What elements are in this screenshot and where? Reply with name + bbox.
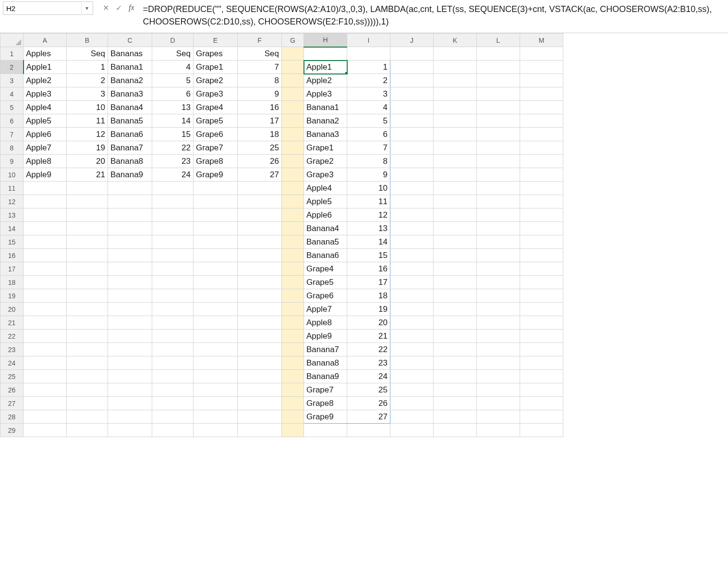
cell-I28[interactable]: 27 — [347, 410, 390, 424]
cell-M13[interactable] — [520, 208, 563, 222]
cell-B1[interactable]: Seq — [67, 47, 108, 61]
cell-I27[interactable]: 26 — [347, 397, 390, 410]
cell-K9[interactable] — [434, 155, 477, 168]
cell-B21[interactable] — [67, 316, 108, 330]
cell-E3[interactable]: Grape2 — [194, 74, 238, 87]
cell-K12[interactable] — [434, 195, 477, 208]
cell-I24[interactable]: 23 — [347, 356, 390, 370]
cell-H14[interactable]: Banana4 — [304, 222, 347, 235]
cell-D3[interactable]: 5 — [152, 74, 194, 87]
cell-K28[interactable] — [434, 410, 477, 424]
cell-J26[interactable] — [390, 383, 434, 397]
cell-D29[interactable] — [152, 424, 194, 437]
cell-K6[interactable] — [434, 114, 477, 128]
cell-F17[interactable] — [238, 262, 282, 276]
cell-J20[interactable] — [390, 303, 434, 316]
cell-D24[interactable] — [152, 356, 194, 370]
cell-K13[interactable] — [434, 208, 477, 222]
cell-F23[interactable] — [238, 343, 282, 356]
cell-G8[interactable] — [282, 141, 304, 155]
cell-I21[interactable]: 20 — [347, 316, 390, 330]
cell-D14[interactable] — [152, 222, 194, 235]
cell-E7[interactable]: Grape6 — [194, 128, 238, 141]
cell-D12[interactable] — [152, 195, 194, 208]
cell-J7[interactable] — [390, 128, 434, 141]
cell-A3[interactable]: Apple2 — [24, 74, 67, 87]
cell-L16[interactable] — [477, 249, 520, 262]
cell-F27[interactable] — [238, 397, 282, 410]
cell-K22[interactable] — [434, 330, 477, 343]
cell-F18[interactable] — [238, 276, 282, 289]
cell-D22[interactable] — [152, 330, 194, 343]
cell-J13[interactable] — [390, 208, 434, 222]
cell-K15[interactable] — [434, 235, 477, 249]
cell-H11[interactable]: Apple4 — [304, 182, 347, 195]
cell-C16[interactable] — [108, 249, 152, 262]
cell-E13[interactable] — [194, 208, 238, 222]
cell-B22[interactable] — [67, 330, 108, 343]
cell-E29[interactable] — [194, 424, 238, 437]
cell-D25[interactable] — [152, 370, 194, 383]
cell-D8[interactable]: 22 — [152, 141, 194, 155]
cell-L23[interactable] — [477, 343, 520, 356]
formula-input[interactable]: =DROP(REDUCE("", SEQUENCE(ROWS(A2:A10)/3… — [141, 0, 728, 33]
cell-I13[interactable]: 12 — [347, 208, 390, 222]
row-header-18[interactable]: 18 — [0, 276, 24, 289]
cell-F1[interactable]: Seq — [238, 47, 282, 61]
cell-L18[interactable] — [477, 276, 520, 289]
col-header-L[interactable]: L — [477, 34, 520, 47]
cell-C27[interactable] — [108, 397, 152, 410]
row-header-17[interactable]: 17 — [0, 262, 24, 276]
cell-K11[interactable] — [434, 182, 477, 195]
cell-J28[interactable] — [390, 410, 434, 424]
cell-L9[interactable] — [477, 155, 520, 168]
cell-D20[interactable] — [152, 303, 194, 316]
cell-D28[interactable] — [152, 410, 194, 424]
cell-J19[interactable] — [390, 289, 434, 303]
cell-I3[interactable]: 2 — [347, 74, 390, 87]
cell-I2[interactable]: 1 — [347, 61, 390, 74]
cell-A12[interactable] — [24, 195, 67, 208]
cell-I14[interactable]: 13 — [347, 222, 390, 235]
cell-L19[interactable] — [477, 289, 520, 303]
cell-D21[interactable] — [152, 316, 194, 330]
cell-G7[interactable] — [282, 128, 304, 141]
accept-icon[interactable]: ✓ — [116, 3, 122, 12]
cell-B13[interactable] — [67, 208, 108, 222]
cell-A26[interactable] — [24, 383, 67, 397]
cell-E1[interactable]: Grapes — [194, 47, 238, 61]
cell-M9[interactable] — [520, 155, 563, 168]
cell-G25[interactable] — [282, 370, 304, 383]
col-header-I[interactable]: I — [347, 34, 390, 47]
cell-L15[interactable] — [477, 235, 520, 249]
cell-F16[interactable] — [238, 249, 282, 262]
cell-E16[interactable] — [194, 249, 238, 262]
cell-A19[interactable] — [24, 289, 67, 303]
cell-I26[interactable]: 25 — [347, 383, 390, 397]
cell-C8[interactable]: Banana7 — [108, 141, 152, 155]
cell-L21[interactable] — [477, 316, 520, 330]
cell-H25[interactable]: Banana9 — [304, 370, 347, 383]
cell-E23[interactable] — [194, 343, 238, 356]
cell-C4[interactable]: Banana3 — [108, 87, 152, 101]
cell-B27[interactable] — [67, 397, 108, 410]
cell-D16[interactable] — [152, 249, 194, 262]
cell-D10[interactable]: 24 — [152, 168, 194, 182]
cell-A5[interactable]: Apple4 — [24, 101, 67, 114]
cell-M14[interactable] — [520, 222, 563, 235]
cell-G1[interactable] — [282, 47, 304, 61]
cell-J11[interactable] — [390, 182, 434, 195]
cell-H19[interactable]: Grape6 — [304, 289, 347, 303]
cell-D11[interactable] — [152, 182, 194, 195]
cell-M7[interactable] — [520, 128, 563, 141]
row-header-7[interactable]: 7 — [0, 128, 24, 141]
cell-C21[interactable] — [108, 316, 152, 330]
row-header-14[interactable]: 14 — [0, 222, 24, 235]
cell-B24[interactable] — [67, 356, 108, 370]
cell-H8[interactable]: Grape1 — [304, 141, 347, 155]
col-header-E[interactable]: E — [194, 34, 238, 47]
cell-C12[interactable] — [108, 195, 152, 208]
cell-C13[interactable] — [108, 208, 152, 222]
cell-L27[interactable] — [477, 397, 520, 410]
cell-L1[interactable] — [477, 47, 520, 61]
